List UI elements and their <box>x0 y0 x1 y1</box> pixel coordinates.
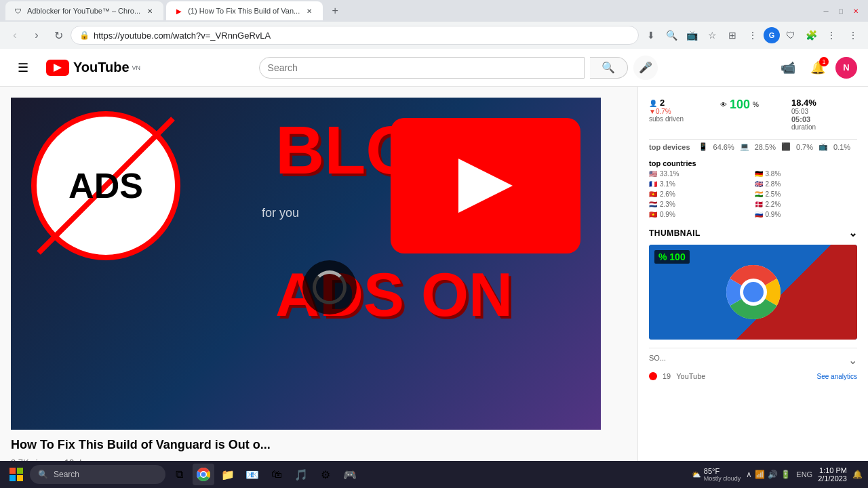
taskbar-store[interactable]: 🛍 <box>266 464 288 485</box>
weather-info: 85°F Mostly cloudy <box>704 467 741 482</box>
profile-icon[interactable]: G <box>764 27 780 43</box>
clock-date: 2/1/2023 <box>818 474 847 483</box>
ext-puzzle-icon[interactable]: 🧩 <box>802 26 821 45</box>
avg-time-stat: 18.4% 05:03 05:03 duration <box>791 98 857 131</box>
ext-zoom-icon[interactable]: 🔍 <box>662 26 681 45</box>
maximize-button[interactable]: □ <box>834 4 848 18</box>
weather-widget[interactable]: ⛅ 85°F Mostly cloudy <box>692 467 741 482</box>
source-expand-icon[interactable]: ⌄ <box>848 354 857 367</box>
views-icon: 👁 <box>720 101 727 108</box>
device-mobile-pct: 64.6% <box>713 143 734 151</box>
tray-volume-icon[interactable]: 🔊 <box>768 470 778 479</box>
taskbar-app1[interactable]: 🎵 <box>290 464 312 485</box>
minimize-button[interactable]: ─ <box>819 4 833 18</box>
views-stat: 👁 100 % <box>720 98 786 131</box>
subs-driven-label: subs driven <box>649 115 715 123</box>
svg-rect-4 <box>17 468 23 474</box>
tab-youtube[interactable]: ▶ (1) How To Fix This Build of Van... ✕ <box>166 1 323 20</box>
country-us: 🇺🇸 33.1% <box>649 170 752 178</box>
start-button[interactable] <box>5 464 27 485</box>
flag-ru: 🇷🇺 <box>755 211 763 218</box>
pct-nl: 2.3% <box>660 201 675 208</box>
search-button[interactable]: 🔍 <box>590 57 628 79</box>
new-tab-button[interactable]: + <box>326 1 344 20</box>
close-button[interactable]: ✕ <box>849 4 863 18</box>
device-mobile-icon: 📱 <box>698 142 708 151</box>
taskbar-task-view[interactable]: ⧉ <box>168 464 190 485</box>
thumbnail-preview: % 100 <box>649 245 857 340</box>
language-indicator[interactable]: ENG <box>796 470 812 479</box>
taskbar-search-label: Search <box>54 470 79 479</box>
tab-close-adblocker[interactable]: ✕ <box>144 5 155 16</box>
forward-button[interactable]: › <box>27 26 46 45</box>
countries-grid: 🇺🇸 33.1% 🇩🇪 3.8% 🇫🇷 3.1% 🇬🇧 2.8% <box>649 170 857 218</box>
settings-button[interactable]: ⋮ <box>844 26 863 45</box>
taskbar-app3[interactable]: 🎮 <box>339 464 361 485</box>
device-tablet-icon: ⬛ <box>781 142 791 151</box>
flag-de: 🇩🇪 <box>755 170 763 178</box>
flag-vn2: 🇻🇳 <box>649 211 657 218</box>
hamburger-menu[interactable]: ☰ <box>11 56 35 80</box>
address-bar[interactable]: 🔒 https://youtube.com/watch?v=_VRnnGeRvL… <box>71 26 639 45</box>
pct-de: 3.8% <box>766 170 781 178</box>
search-bar[interactable] <box>259 57 585 79</box>
avg-duration: 05:03 <box>791 115 857 123</box>
device-tv-icon: 📺 <box>818 142 828 151</box>
notifications-button[interactable]: 🔔 1 <box>806 56 830 80</box>
thumbnail-percent: % 100 <box>654 250 690 264</box>
create-video-button[interactable]: 📹 <box>776 56 800 80</box>
chrome-logo-svg <box>726 265 781 319</box>
subs-driven-stat: 👤 2 ▼0.7% subs driven <box>649 98 715 131</box>
ext-shield-icon[interactable]: 🛡 <box>781 26 800 45</box>
window-controls: ─ □ ✕ <box>819 4 863 18</box>
tab-title-adblocker: Adblocker for YouTube™ – Chro... <box>27 7 140 15</box>
tab-close-youtube[interactable]: ✕ <box>304 5 315 16</box>
devices-row: top devices 📱 64.6% 💻 28.5% ⬛ 0.7% 📺 0.1… <box>649 139 857 154</box>
thumbnail-expand-icon[interactable]: ⌄ <box>848 226 858 239</box>
tray-battery-icon[interactable]: 🔋 <box>781 470 791 479</box>
source-type: YouTube <box>676 372 705 380</box>
ext-cast-icon[interactable]: 📺 <box>682 26 701 45</box>
source-analytics-link[interactable]: See analytics <box>817 373 857 380</box>
ext-star-icon[interactable]: ☆ <box>703 26 722 45</box>
ext-more-btn[interactable]: ⋮ <box>822 26 841 45</box>
user-avatar[interactable]: N <box>835 57 857 79</box>
video-player[interactable]: ADS BLOCK for you ADS ON <box>11 98 601 430</box>
svg-rect-3 <box>9 468 16 474</box>
url-display: https://youtube.com/watch?v=_VRnnGeRvLA <box>94 30 630 41</box>
weather-desc: Mostly cloudy <box>704 475 741 482</box>
subs-driven-value: 2 <box>660 98 665 108</box>
tray-network-icon[interactable]: 📶 <box>755 470 765 479</box>
taskbar-mail[interactable]: 📧 <box>241 464 263 485</box>
search-input[interactable] <box>268 62 576 73</box>
tab-adblocker[interactable]: 🛡 Adblocker for YouTube™ – Chro... ✕ <box>5 1 163 20</box>
flag-us: 🇺🇸 <box>649 170 657 178</box>
tray-up-icon[interactable]: ∧ <box>746 470 752 479</box>
ads-text: ADS <box>68 165 143 206</box>
ext-grid-icon[interactable]: ⋮ <box>743 26 762 45</box>
taskbar-chrome-icon <box>197 468 210 481</box>
source-row: 19 YouTube See analytics <box>649 372 857 380</box>
youtube-logo[interactable]: YouTubeVN <box>46 60 140 76</box>
main-content: ADS BLOCK for you ADS ON <box>0 87 637 461</box>
country-dk: 🇩🇰 2.2% <box>755 201 858 208</box>
weather-icon: ⛅ <box>692 470 701 479</box>
clock-time: 1:10 PM <box>818 466 847 474</box>
ext-tab-icon[interactable]: ⊞ <box>723 26 742 45</box>
taskbar-search[interactable]: 🔍 Search <box>30 465 165 484</box>
for-you-text: for you <box>262 206 299 220</box>
back-button[interactable]: ‹ <box>5 26 24 45</box>
device-tablet-pct: 0.7% <box>796 143 813 151</box>
clock-widget[interactable]: 1:10 PM 2/1/2023 <box>818 466 847 483</box>
notification-center-icon[interactable]: 🔔 <box>852 470 863 479</box>
refresh-button[interactable]: ↻ <box>49 26 68 45</box>
taskbar-explorer[interactable]: 📁 <box>217 464 239 485</box>
voice-search-button[interactable]: 🎤 <box>633 56 658 80</box>
taskbar-app2[interactable]: ⚙ <box>315 464 336 485</box>
avg-time-value: 18.4% <box>791 98 857 108</box>
country-nl: 🇳🇱 2.3% <box>649 201 752 208</box>
source-section: SO... ⌄ 19 YouTube See analytics <box>649 348 857 380</box>
taskbar-chrome[interactable] <box>193 464 214 485</box>
ext-download-icon[interactable]: ⬇ <box>642 26 660 45</box>
youtube-region-label: VN <box>132 64 141 71</box>
